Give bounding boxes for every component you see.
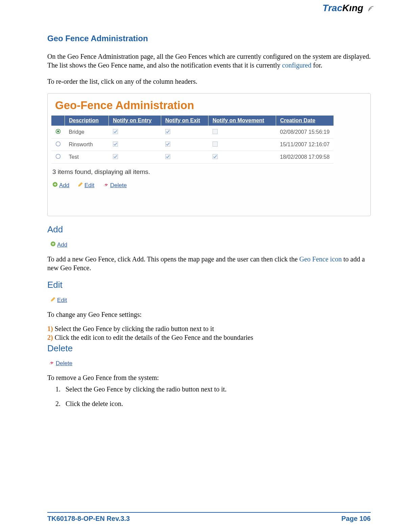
edit-icon-label: Edit [57, 297, 67, 304]
col-radio[interactable] [51, 116, 65, 126]
svg-rect-3 [165, 129, 170, 134]
delete-label: Delete [110, 182, 127, 189]
geo-fence-admin-screenshot: Geo-Fence Administration Description Not… [47, 93, 371, 216]
edit-icon-demo: Edit [50, 296, 67, 304]
footer-doc-id: TK60178-8-OP-EN Rev.3.3 [47, 515, 130, 523]
row-notify-exit[interactable] [161, 126, 208, 138]
svg-rect-4 [213, 129, 217, 134]
intro-paragraph-1: On the Geo Fence Administration page, al… [47, 52, 371, 70]
page-footer: TK60178-8-OP-EN Rev.3.3 Page 106 [47, 512, 371, 523]
table-row: Bridge02/08/2007 15:56:19 [51, 126, 334, 138]
delete-intro: To remove a Geo Fence from the system: [47, 373, 371, 382]
footer-page-num: Page 106 [341, 515, 371, 523]
delete-icon-demo: Delete [48, 360, 73, 367]
eraser-icon [103, 182, 109, 189]
step2-num: 2) [47, 334, 53, 341]
add-icon-label: Add [57, 242, 67, 248]
table-header-row: Description Notify on Entry Notify on Ex… [51, 116, 334, 126]
row-notify-exit[interactable] [161, 138, 208, 151]
svg-rect-12 [213, 154, 217, 159]
row-creation-date: 15/11/2007 12:16:07 [276, 138, 334, 151]
table-row: Test18/02/2008 17:09:58 [51, 151, 334, 163]
logo: TracKıng [322, 3, 374, 14]
delete-heading: Delete [47, 343, 371, 354]
add-heading: Add [47, 224, 371, 235]
add-icon [52, 182, 58, 189]
row-notify-movement[interactable] [208, 151, 276, 163]
row-radio[interactable] [51, 138, 65, 151]
svg-point-9 [56, 154, 60, 159]
row-creation-date: 02/08/2007 15:56:19 [276, 126, 334, 138]
add-text: To add a new Geo Fence, click Add. This … [47, 255, 371, 272]
items-found-text: 3 items found, displaying all items. [48, 163, 370, 182]
edit-intro: To change any Geo Fence settings: [47, 310, 371, 319]
row-radio[interactable] [51, 126, 65, 138]
geo-fence-icon-link[interactable]: Geo Fence icon [299, 255, 342, 263]
delete-steps: Select the Geo Fence by clicking the rad… [62, 385, 371, 408]
action-bar: Add Edit Delete [48, 182, 370, 192]
logo-part1: Trac [322, 3, 342, 13]
col-notify-exit[interactable]: Notify on Exit [161, 116, 208, 126]
add-icon [50, 241, 56, 248]
edit-step-2: 2) Click the edit icon to edit the detai… [47, 333, 371, 342]
geo-fence-table: Description Notify on Entry Notify on Ex… [51, 115, 334, 163]
row-notify-movement[interactable] [208, 138, 276, 151]
delete-icon-label: Delete [56, 360, 72, 367]
svg-point-1 [57, 130, 59, 132]
row-description: Test [65, 151, 109, 163]
logo-signal-icon [367, 3, 374, 14]
svg-point-5 [56, 142, 60, 146]
row-creation-date: 18/02/2008 17:09:58 [276, 151, 334, 163]
add-text-a: To add a new Geo Fence, click Add. This … [47, 255, 299, 263]
svg-rect-6 [113, 142, 118, 146]
col-creation-date[interactable]: Creation Date [276, 116, 334, 126]
delete-button[interactable]: Delete [103, 182, 127, 189]
edit-step-1: 1) Select the Geo Fence by clicking the … [47, 324, 371, 333]
edit-button[interactable]: Edit [78, 182, 94, 189]
row-radio[interactable] [51, 151, 65, 163]
logo-part2: Kıng [342, 3, 363, 13]
screenshot-title: Geo-Fence Administration [48, 94, 370, 115]
eraser-icon [48, 360, 54, 367]
add-label: Add [59, 182, 69, 189]
row-notify-entry[interactable] [109, 138, 161, 151]
intro-text-b: for. [311, 61, 322, 69]
col-notify-movement[interactable]: Notify on Movement [208, 116, 276, 126]
table-row: Rinsworth15/11/2007 12:16:07 [51, 138, 334, 151]
step1-text: Select the Geo Fence by clicking the rad… [53, 325, 214, 332]
add-icon-demo: Add [50, 241, 68, 249]
col-description[interactable]: Description [65, 116, 109, 126]
delete-step-1: Select the Geo Fence by clicking the rad… [62, 385, 371, 393]
step2-text: Click the edit icon to edit the details … [53, 334, 253, 341]
row-notify-entry[interactable] [109, 126, 161, 138]
add-button[interactable]: Add [52, 182, 69, 189]
page-heading: Geo Fence Administration [47, 34, 371, 43]
row-description: Bridge [65, 126, 109, 138]
step1-num: 1) [47, 325, 53, 332]
pencil-icon [78, 182, 83, 189]
intro-paragraph-2: To re-order the list, click on any of th… [47, 77, 371, 86]
col-notify-entry[interactable]: Notify on Entry [109, 116, 161, 126]
row-notify-entry[interactable] [109, 151, 161, 163]
delete-step-2: Click the delete icon. [62, 400, 371, 408]
pencil-icon [50, 297, 56, 304]
edit-label: Edit [84, 182, 94, 189]
edit-heading: Edit [47, 280, 371, 290]
configured-link[interactable]: configured [282, 61, 312, 69]
svg-rect-11 [165, 154, 170, 159]
svg-rect-2 [113, 129, 118, 134]
row-notify-movement[interactable] [208, 126, 276, 138]
svg-rect-8 [213, 142, 217, 146]
svg-rect-7 [165, 142, 170, 146]
row-description: Rinsworth [65, 138, 109, 151]
row-notify-exit[interactable] [161, 151, 208, 163]
svg-rect-10 [113, 154, 118, 159]
